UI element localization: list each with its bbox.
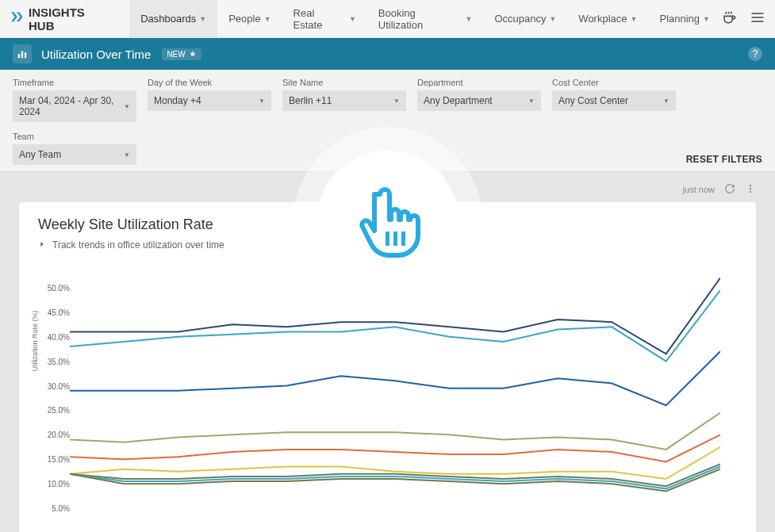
svg-rect-1 bbox=[752, 17, 764, 18]
svg-rect-5 bbox=[25, 52, 26, 58]
brand-icon bbox=[10, 10, 24, 27]
filter-label: Day of the Week bbox=[148, 78, 271, 87]
svg-point-7 bbox=[750, 188, 751, 189]
series-line[interactable] bbox=[70, 351, 720, 405]
filter-label: Team bbox=[13, 132, 136, 141]
nav-item-dashboards[interactable]: Dashboards▼ bbox=[129, 0, 217, 37]
nav-item-workplace[interactable]: Workplace▼ bbox=[567, 0, 648, 37]
filter-select[interactable]: Any Team bbox=[13, 144, 136, 165]
refresh-icon[interactable] bbox=[724, 183, 735, 196]
filter-department: DepartmentAny Department bbox=[417, 78, 541, 122]
menu-icon[interactable] bbox=[750, 10, 765, 29]
line-chart[interactable] bbox=[70, 263, 720, 532]
content-area: just now Weekly Site Utilization Rate Tr… bbox=[0, 172, 775, 532]
title-bar: Utilization Over Time NEW ? bbox=[0, 38, 775, 70]
y-tick: 30.0% bbox=[48, 381, 70, 390]
chart-title: Weekly Site Utilization Rate bbox=[38, 216, 737, 233]
filter-select[interactable]: Berlin +11 bbox=[282, 90, 406, 111]
filter-select[interactable]: Any Department bbox=[417, 90, 541, 111]
svg-rect-3 bbox=[18, 54, 20, 58]
nav-items: Dashboards▼People▼Real Estate▼Booking Ut… bbox=[129, 0, 721, 37]
y-tick: 50.0% bbox=[48, 283, 70, 292]
filter-team: TeamAny Team bbox=[13, 132, 136, 165]
filter-label: Cost Center bbox=[552, 78, 676, 87]
coffee-icon[interactable] bbox=[721, 10, 737, 29]
top-nav: INSIGHTS HUB Dashboards▼People▼Real Esta… bbox=[0, 0, 775, 38]
svg-rect-2 bbox=[752, 21, 764, 22]
y-tick: 20.0% bbox=[48, 431, 70, 439]
chart-subtitle: Track trends in office utilization over … bbox=[52, 239, 224, 251]
brand-name: INSIGHTS HUB bbox=[29, 6, 113, 33]
svg-point-8 bbox=[750, 191, 751, 193]
y-tick: 45.0% bbox=[48, 308, 70, 316]
new-badge: NEW bbox=[162, 48, 201, 60]
filter-label: Timeframe bbox=[13, 78, 136, 87]
filter-day-of-the-week: Day of the WeekMonday +4 bbox=[148, 78, 271, 122]
filter-select[interactable]: Monday +4 bbox=[148, 90, 271, 111]
nav-item-booking-utilization[interactable]: Booking Utilization▼ bbox=[367, 0, 484, 37]
filter-select[interactable]: Any Cost Center bbox=[552, 90, 676, 111]
nav-item-occupancy[interactable]: Occupancy▼ bbox=[483, 0, 567, 37]
chart-subtitle-row[interactable]: Track trends in office utilization over … bbox=[38, 239, 737, 251]
y-tick: 15.0% bbox=[48, 455, 70, 464]
y-tick: 35.0% bbox=[48, 357, 70, 366]
filter-timeframe: TimeframeMar 04, 2024 - Apr 30, 2024 bbox=[13, 78, 136, 122]
chart-bar-icon bbox=[13, 44, 32, 63]
nav-item-planning[interactable]: Planning▼ bbox=[648, 0, 721, 37]
series-line[interactable] bbox=[70, 413, 720, 450]
filter-label: Site Name bbox=[282, 78, 406, 87]
reset-filters-button[interactable]: RESET FILTERS bbox=[686, 154, 762, 165]
chart-area: Utilization Rate (%) 50.0%45.0%40.0%35.0… bbox=[38, 263, 737, 532]
help-icon[interactable]: ? bbox=[748, 47, 762, 61]
y-tick: 40.0% bbox=[48, 332, 70, 341]
svg-point-6 bbox=[750, 185, 751, 186]
filter-label: Department bbox=[417, 78, 541, 87]
page-title: Utilization Over Time bbox=[41, 48, 151, 61]
y-tick: 5.0% bbox=[52, 504, 70, 513]
y-tick: 10.0% bbox=[48, 480, 70, 488]
nav-item-real-estate[interactable]: Real Estate▼ bbox=[282, 0, 367, 37]
chart-card: Weekly Site Utilization Rate Track trend… bbox=[19, 202, 756, 532]
more-icon[interactable] bbox=[745, 183, 756, 196]
filter-cost-center: Cost CenterAny Cost Center bbox=[552, 78, 676, 122]
series-line[interactable] bbox=[70, 278, 720, 354]
svg-rect-4 bbox=[21, 52, 23, 59]
y-axis-label: Utilization Rate (%) bbox=[31, 310, 39, 371]
series-line[interactable] bbox=[70, 290, 720, 362]
svg-rect-0 bbox=[752, 13, 764, 14]
nav-right bbox=[721, 10, 765, 29]
y-tick: 25.0% bbox=[48, 406, 70, 415]
filters-bar: TimeframeMar 04, 2024 - Apr 30, 2024Day … bbox=[0, 70, 775, 172]
updated-text: just now bbox=[683, 185, 715, 194]
filter-select[interactable]: Mar 04, 2024 - Apr 30, 2024 bbox=[13, 90, 136, 122]
chevron-right-icon bbox=[38, 239, 46, 251]
brand: INSIGHTS HUB bbox=[10, 6, 113, 33]
chart-meta: just now bbox=[19, 183, 756, 196]
filter-site-name: Site NameBerlin +11 bbox=[282, 78, 406, 122]
nav-item-people[interactable]: People▼ bbox=[217, 0, 282, 37]
